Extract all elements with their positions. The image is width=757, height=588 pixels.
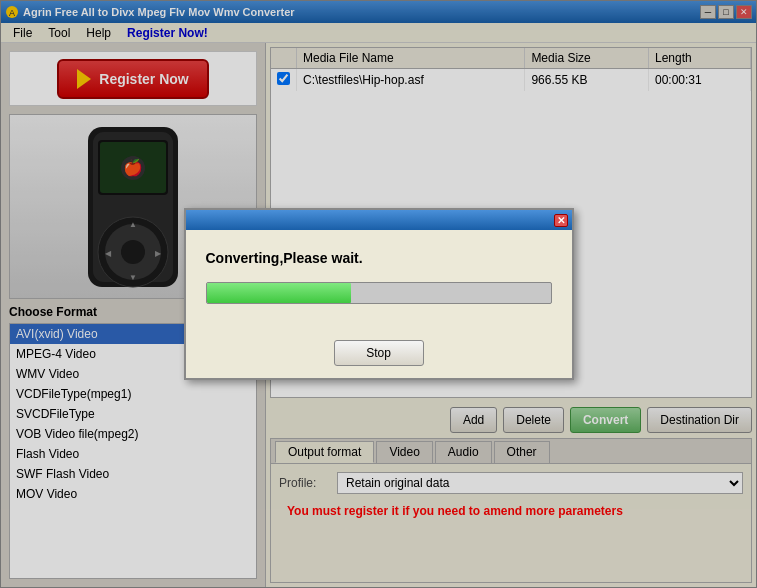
converting-text: Converting,Please wait. bbox=[206, 250, 552, 266]
modal-title-bar: ✕ bbox=[186, 210, 572, 230]
modal-body: Converting,Please wait. bbox=[186, 230, 572, 340]
progress-container bbox=[206, 282, 552, 304]
progress-bar bbox=[207, 283, 351, 303]
modal-footer: Stop bbox=[186, 340, 572, 378]
modal-close-button[interactable]: ✕ bbox=[554, 214, 568, 227]
stop-button[interactable]: Stop bbox=[334, 340, 424, 366]
modal-overlay: ✕ Converting,Please wait. Stop bbox=[0, 0, 757, 588]
converting-dialog: ✕ Converting,Please wait. Stop bbox=[184, 208, 574, 380]
